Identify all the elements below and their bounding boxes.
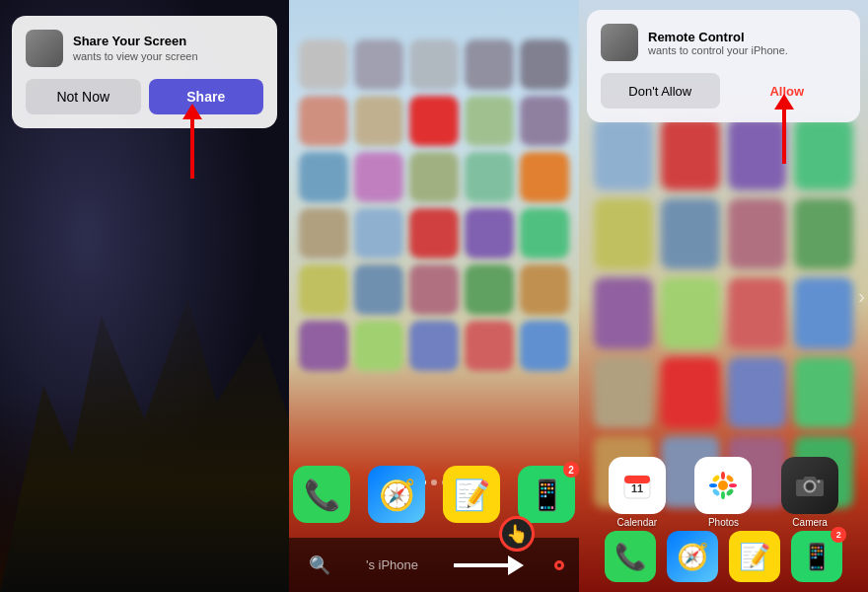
app-icon-blur-11	[299, 152, 348, 202]
app3-blur-10	[661, 277, 720, 349]
app-icon-blur-9	[465, 96, 514, 146]
app-icon-blur-14	[465, 152, 514, 202]
dock-safari-icon[interactable]: 🧭	[368, 466, 425, 523]
dont-allow-button[interactable]: Don't Allow	[601, 73, 720, 109]
svg-point-13	[807, 483, 814, 490]
remote-alert-text: Remote Control wants to control your iPh…	[648, 30, 788, 56]
remote-control-alert: Remote Control wants to control your iPh…	[587, 10, 860, 122]
app3-blur-7	[728, 198, 787, 270]
camera-icon-container: Camera	[775, 457, 844, 528]
dock-whatsapp-icon[interactable]: 📱 2	[518, 466, 575, 523]
dock3-notes[interactable]: 📝	[729, 531, 780, 582]
dock: 📞 🧭 📝 📱 2	[289, 456, 579, 533]
remote-app-icon	[601, 24, 638, 61]
search-icon: 🔍	[309, 555, 330, 576]
whatsapp-badge: 2	[563, 462, 579, 478]
app-grid-3	[579, 113, 868, 513]
arrow-head-icon	[182, 104, 202, 119]
calendar-icon-container: 11 Calendar	[603, 457, 672, 528]
alert-title: Share Your Screen	[73, 34, 263, 49]
app3-blur-13	[594, 357, 653, 429]
panel-remote-control: › Remote Control wants to control your i…	[579, 0, 868, 592]
app-icon-blur-13	[409, 152, 459, 202]
calendar-svg: 11	[622, 471, 652, 500]
remote-alert-header: Remote Control wants to control your iPh…	[601, 24, 846, 61]
arrow-shaft	[190, 119, 194, 179]
panel-share-screen: Share Your Screen wants to view your scr…	[0, 0, 289, 592]
chevron-right-icon: ›	[858, 285, 865, 308]
app-icon-blur-12	[354, 152, 403, 202]
photos-icon-container: Photos	[688, 457, 758, 528]
app-icon-blur-23	[409, 264, 459, 315]
app3-blur-9	[594, 277, 653, 349]
share-button[interactable]: Share	[149, 79, 264, 114]
assistive-touch-button[interactable]: 👆	[499, 516, 535, 552]
panel-iphone-screen: 📞 🧭 📝 📱 2 🔍 's iPhone 👆	[289, 0, 579, 592]
app-icon-blur-29	[465, 321, 514, 371]
app-icon	[26, 30, 63, 67]
app3-blur-8	[794, 198, 853, 270]
svg-point-7	[729, 483, 737, 487]
bottom-bar: 🔍 's iPhone 👆	[289, 538, 579, 592]
svg-point-6	[709, 483, 717, 487]
camera-app-icon[interactable]	[781, 457, 838, 514]
alert-header: Share Your Screen wants to view your scr…	[26, 30, 263, 67]
app3-blur-4	[794, 118, 853, 190]
app3-blur-14	[661, 357, 720, 429]
page-dot-3-3	[732, 458, 738, 464]
dock3-whatsapp[interactable]: 📱 2	[791, 531, 842, 582]
arrow-to-share	[182, 104, 202, 179]
svg-point-11	[726, 487, 735, 496]
iphone-wallpaper: 📞 🧭 📝 📱 2 🔍 's iPhone 👆	[289, 0, 579, 592]
app-icon-blur-6	[299, 96, 348, 146]
app3-blur-15	[728, 357, 787, 429]
calendar-app-icon[interactable]: 11	[609, 457, 666, 514]
named-icons-row: 11 Calendar Photos	[579, 457, 868, 528]
page-dot-3-1	[710, 458, 716, 464]
dock-phone-icon[interactable]: 📞	[293, 466, 350, 523]
arrow-head-up-icon	[774, 94, 794, 110]
app3-blur-16	[794, 357, 853, 429]
remote-alert-buttons: Don't Allow Allow	[601, 73, 846, 109]
photos-app-icon[interactable]	[694, 457, 752, 514]
arrow-head-right	[508, 555, 524, 575]
app-icon-blur-18	[409, 208, 459, 259]
app-icon-blur-10	[520, 96, 569, 146]
alert-buttons: Not Now Share	[26, 79, 263, 114]
dock3-safari[interactable]: 🧭	[667, 531, 718, 582]
alert-text: Share Your Screen wants to view your scr…	[73, 34, 263, 63]
app-icon-blur-15	[520, 152, 569, 202]
arrow-shaft-vertical	[782, 110, 786, 164]
app-icon-blur-27	[354, 321, 403, 371]
not-now-button[interactable]: Not Now	[26, 79, 141, 114]
remote-alert-subtitle: wants to control your iPhone.	[648, 44, 788, 56]
app-icon-blur-26	[299, 321, 348, 371]
dock3-phone[interactable]: 📞	[605, 531, 656, 582]
app3-blur-6	[661, 198, 720, 270]
red-circle-highlight	[554, 560, 564, 570]
arrow-shaft-horizontal	[454, 563, 508, 567]
app-icon-blur-25	[520, 264, 569, 315]
photos-svg	[707, 470, 739, 501]
app-icon-blur-5	[520, 39, 569, 90]
dock-notes-icon[interactable]: 📝	[443, 466, 500, 523]
app-icon-blur-21	[299, 264, 348, 315]
camera-svg	[795, 472, 825, 499]
app3-blur-1	[594, 118, 653, 190]
app-icon-blur-1	[299, 39, 348, 90]
app-icon-image	[26, 30, 63, 67]
app-icon-blur-28	[409, 321, 459, 371]
app-icon-blur-16	[299, 208, 348, 259]
app-icon-blur-4	[465, 39, 514, 90]
whatsapp-badge-3: 2	[831, 527, 846, 543]
app-icon-blur-30	[520, 321, 569, 371]
page-dot-3-2	[721, 458, 727, 464]
share-screen-alert: Share Your Screen wants to view your scr…	[12, 16, 277, 128]
app3-blur-5	[594, 198, 653, 270]
app-icon-blur-24	[465, 264, 514, 315]
app-icon-blur-20	[520, 208, 569, 259]
svg-point-3	[718, 481, 728, 490]
app-grid	[289, 0, 579, 493]
svg-point-8	[712, 474, 721, 482]
app-icon-blur-19	[465, 208, 514, 259]
